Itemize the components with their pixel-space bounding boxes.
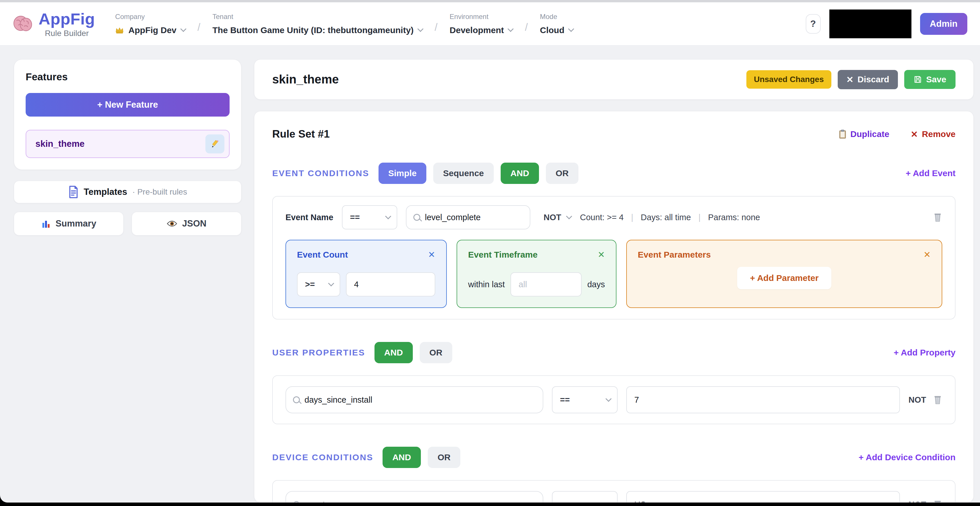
search-icon — [293, 397, 300, 403]
pencil-icon — [210, 139, 220, 149]
close-icon: ✕ — [846, 75, 854, 85]
summary-params: Params: none — [708, 213, 760, 222]
event-timeframe-card: Event Timeframe ✕ within last days — [457, 240, 616, 308]
event-operator-select[interactable]: == — [342, 205, 397, 229]
close-event-parameters-button[interactable]: ✕ — [924, 249, 931, 260]
help-button[interactable]: ? — [806, 14, 821, 34]
summary-button[interactable]: Summary — [14, 212, 124, 235]
timeframe-input[interactable] — [519, 280, 573, 289]
events-and-button[interactable]: AND — [501, 163, 539, 184]
property-searchbox[interactable] — [285, 386, 543, 413]
property-operator-select[interactable]: == — [552, 386, 617, 413]
clipboard-icon — [839, 130, 846, 139]
environment-selector[interactable]: Development — [450, 25, 513, 35]
mode-selector[interactable]: Cloud — [540, 25, 573, 35]
discard-button[interactable]: ✕ Discard — [838, 70, 898, 89]
count-value-input[interactable] — [354, 280, 427, 289]
chevron-down-icon — [385, 213, 391, 219]
crumb-separator: / — [197, 21, 200, 35]
save-button[interactable]: Save — [904, 70, 956, 89]
property-name-input[interactable] — [304, 395, 536, 404]
event-name-searchbox[interactable] — [406, 205, 530, 229]
breadcrumb: Company AppFig Dev / Tenant The Button G… — [115, 13, 573, 35]
events-or-button[interactable]: OR — [546, 163, 578, 184]
tenant-label: Tenant — [213, 13, 423, 21]
summary-count: Count: >= 4 — [580, 213, 624, 222]
tenant-selector[interactable]: The Button Game Unity (ID: thebuttongame… — [213, 25, 423, 35]
device-searchbox[interactable] — [285, 491, 543, 503]
main-panel: skin_theme Unsaved Changes ✕ Discard Sav… — [254, 59, 974, 503]
property-value-input[interactable] — [634, 395, 892, 404]
unsaved-changes-badge: Unsaved Changes — [746, 70, 831, 89]
delete-device-condition-button[interactable] — [933, 500, 942, 503]
close-event-timeframe-button[interactable]: ✕ — [598, 249, 605, 260]
redacted-user-info — [829, 10, 912, 38]
crumb-separator: / — [525, 21, 528, 35]
delete-event-button[interactable] — [933, 213, 942, 222]
device-not-toggle[interactable]: NOT — [908, 500, 926, 503]
user-props-or-button[interactable]: OR — [420, 342, 452, 363]
user-property-row: == NOT — [272, 375, 956, 424]
tenant-value: The Button Game Unity (ID: thebuttongame… — [213, 25, 414, 35]
within-last-label: within last — [468, 280, 505, 289]
device-or-button[interactable]: OR — [428, 447, 460, 468]
add-device-condition-button[interactable]: + Add Device Condition — [859, 452, 956, 462]
delete-property-button[interactable] — [933, 395, 942, 404]
property-value-field[interactable] — [626, 386, 900, 413]
templates-button[interactable]: Templates · Pre-built rules — [14, 181, 242, 203]
summary-days: Days: all time — [641, 213, 691, 222]
add-event-button[interactable]: + Add Event — [906, 168, 956, 178]
company-label: Company — [115, 13, 186, 21]
close-event-count-button[interactable]: ✕ — [428, 249, 435, 260]
templates-hint: · Pre-built rules — [132, 187, 187, 197]
count-value-field[interactable] — [346, 272, 435, 297]
discard-label: Discard — [858, 75, 889, 84]
event-count-title: Event Count — [297, 250, 348, 260]
event-timeframe-title: Event Timeframe — [468, 250, 538, 260]
crumb-separator: / — [435, 21, 438, 35]
event-name-input[interactable] — [425, 213, 523, 222]
brand-subtitle: Rule Builder — [45, 29, 89, 38]
not-value: NOT — [544, 213, 561, 222]
event-parameters-card: Event Parameters ✕ + Add Parameter — [626, 240, 942, 308]
crumb-company: Company AppFig Dev — [115, 13, 186, 35]
add-parameter-button[interactable]: + Add Parameter — [737, 267, 831, 289]
crumb-environment: Environment Development — [450, 13, 513, 35]
user-props-and-button[interactable]: AND — [374, 342, 413, 363]
device-condition-row: == NOT — [272, 480, 956, 503]
admin-button[interactable]: Admin — [920, 13, 967, 35]
bar-chart-icon — [41, 219, 51, 228]
chevron-down-icon — [606, 500, 612, 503]
trash-icon — [933, 395, 942, 404]
remove-rule-set-button[interactable]: ✕ Remove — [911, 129, 956, 139]
add-property-button[interactable]: + Add Property — [894, 348, 956, 357]
event-not-dropdown[interactable]: NOT — [544, 213, 571, 222]
property-not-toggle[interactable]: NOT — [908, 395, 926, 404]
device-field-input[interactable] — [304, 500, 536, 503]
document-icon — [68, 186, 79, 198]
feature-item-skin-theme[interactable]: skin_theme — [25, 130, 229, 158]
search-icon — [414, 214, 420, 221]
duplicate-button[interactable]: Duplicate — [839, 129, 889, 139]
sidebar: Features + New Feature skin_theme — [14, 59, 242, 503]
operator-value: >= — [305, 280, 315, 289]
mode-sequence-button[interactable]: Sequence — [433, 163, 494, 184]
new-feature-button[interactable]: + New Feature — [25, 93, 229, 117]
chevron-down-icon — [508, 26, 514, 32]
company-value: AppFig Dev — [129, 25, 177, 35]
timeframe-field[interactable] — [511, 272, 581, 297]
count-operator-select[interactable]: >= — [297, 272, 340, 297]
device-operator-select[interactable]: == — [552, 491, 617, 503]
json-button[interactable]: JSON — [132, 212, 242, 235]
device-value-field[interactable] — [626, 491, 900, 503]
page-title: skin_theme — [272, 73, 339, 86]
summary-divider: | — [698, 213, 701, 222]
chevron-down-icon — [180, 26, 186, 32]
edit-feature-button[interactable] — [205, 135, 224, 154]
templates-label: Templates — [84, 187, 127, 197]
device-and-button[interactable]: AND — [383, 447, 421, 468]
company-selector[interactable]: AppFig Dev — [115, 25, 186, 35]
mode-simple-button[interactable]: Simple — [379, 163, 426, 184]
trash-icon — [933, 213, 942, 222]
device-value-input[interactable] — [634, 500, 892, 503]
